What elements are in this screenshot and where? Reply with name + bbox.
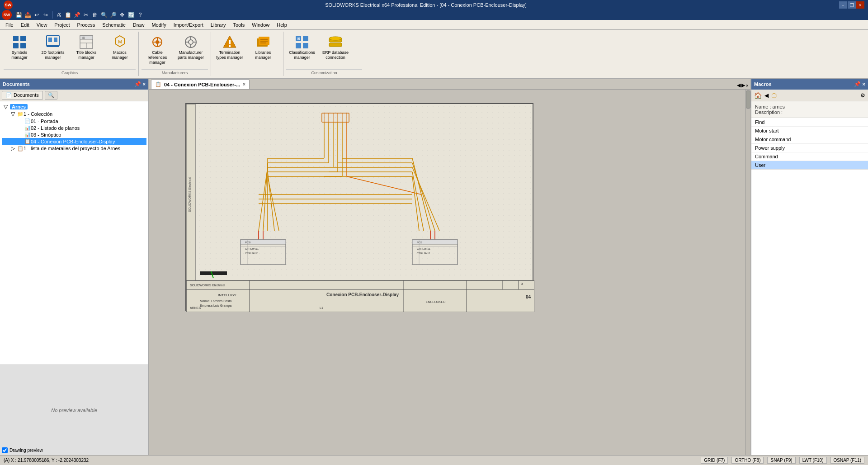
svg-rect-39 (329, 43, 342, 47)
footprints-manager-btn[interactable]: 2D footprints manager (37, 33, 69, 62)
svg-rect-34 (303, 36, 308, 41)
macro-item-motor-command[interactable]: Motor command (751, 135, 868, 144)
documents-tab-btn[interactable]: 📄 Documents (2, 91, 43, 100)
erp-database-btn[interactable]: ERP database connection (320, 33, 351, 62)
canvas-content[interactable]: SOLIDWORKS Electrical INTELLIGY Manuel L… (149, 90, 750, 455)
qa-separator (52, 11, 52, 19)
svg-text:PCB: PCB (417, 241, 422, 244)
drawing-preview-checkbox[interactable] (2, 447, 8, 453)
macros-icon-btn[interactable]: ⬡ (771, 92, 777, 99)
tab-icon: 📋 (155, 81, 161, 87)
expand-coleccion-icon: ▽ (9, 111, 16, 117)
macro-item-user[interactable]: User (751, 161, 868, 170)
menu-help[interactable]: Help (273, 21, 291, 28)
svg-rect-27 (229, 45, 231, 47)
main-area: Documents 📌 × 📄 Documents 🔍 ▽ Arnes (0, 79, 868, 455)
menu-file[interactable]: File (2, 21, 17, 28)
svg-text:CTRL9N11: CTRL9N11 (245, 247, 259, 250)
qa-delete-btn[interactable]: 🗑 (91, 11, 99, 19)
menu-schematic[interactable]: Schematic (99, 21, 129, 28)
graphics-group-label: Graphics (4, 69, 136, 75)
menu-library[interactable]: Library (207, 21, 230, 28)
menu-draw[interactable]: Draw (129, 21, 148, 28)
search-tab-btn[interactable]: 🔍 (45, 91, 57, 100)
menu-tools[interactable]: Tools (229, 21, 248, 28)
classifications-manager-btn[interactable]: ⊞ Classifications manager (286, 33, 318, 62)
minimize-button[interactable]: − (839, 1, 847, 9)
qa-save2-btn[interactable]: 📥 (24, 11, 32, 19)
qa-print-btn[interactable]: 🖨 (55, 11, 63, 19)
doc-icon: 📄 (6, 92, 12, 98)
menu-importexport[interactable]: Import/Export (170, 21, 207, 28)
macros-close-btn[interactable]: × (863, 81, 865, 87)
drawing-preview-check[interactable]: Drawing preview (2, 447, 43, 453)
termination-types-btn[interactable]: Termination types manager (214, 33, 245, 62)
canvas-scrollbar-v[interactable] (745, 90, 750, 455)
macros-pin-btn[interactable]: 📌 (854, 81, 861, 87)
menu-window[interactable]: Window (248, 21, 273, 28)
manufacturer-parts-btn[interactable]: Manufacturer parts manager (175, 33, 207, 62)
macros-back-btn[interactable]: ◀ (764, 92, 769, 99)
menu-view[interactable]: View (33, 21, 51, 28)
svg-text:⊞: ⊞ (82, 36, 85, 39)
canvas-nav-prev[interactable]: ◀ (737, 82, 741, 88)
documents-pin-btn[interactable]: 📌 (134, 81, 141, 87)
title-controls: − ❐ × (839, 1, 864, 9)
macro-item-command[interactable]: Command (751, 152, 868, 161)
main-toolbar: Symbols manager 2D footprints manager ⊞ … (0, 30, 868, 79)
svg-text:ARNES: ARNES (190, 306, 201, 309)
qa-zoomin-btn[interactable]: 🔍 (100, 11, 108, 19)
macro-item-motor-start[interactable]: Motor start (751, 127, 868, 135)
menu-modify[interactable]: Modify (148, 21, 170, 28)
documents-close-btn[interactable]: × (143, 81, 146, 87)
close-button[interactable]: × (856, 1, 864, 9)
qa-undo-btn[interactable]: ↩ (33, 11, 41, 19)
canvas-tab-active[interactable]: 📋 04 - Conexion PCB-Enclouser-... × (151, 79, 250, 89)
qa-zoomout-btn[interactable]: 🔎 (109, 11, 117, 19)
qa-redo-btn[interactable]: ↪ (42, 11, 50, 19)
qa-cut-btn[interactable]: ✂ (82, 11, 90, 19)
lwt-btn[interactable]: LWT (F10) (799, 457, 827, 464)
tree-item-sinoptico[interactable]: 📊 03 - Sinóptico (2, 131, 146, 138)
tree-item-conexion[interactable]: 📋 04 - Conexion PCB-Enclouser-Display (2, 138, 146, 145)
qa-refresh-btn[interactable]: 🔄 (127, 11, 135, 19)
symbols-manager-btn[interactable]: Symbols manager (4, 33, 35, 62)
qa-save-btn[interactable]: 💾 (14, 11, 23, 19)
tree-item-listado[interactable]: 📊 02 - Listado de planos (2, 124, 146, 131)
title-blocks-manager-btn[interactable]: ⊞ Title blocks manager (71, 33, 102, 62)
libraries-manager-btn[interactable]: Libraries manager (247, 33, 279, 62)
qa-pan-btn[interactable]: ✥ (118, 11, 126, 19)
canvas-close-btn[interactable]: × (746, 83, 749, 88)
canvas-nav-buttons: ◀ ▶ × (737, 82, 750, 89)
tree-item-portada[interactable]: 📄 01 - Portada (2, 118, 146, 124)
documents-panel: Documents 📌 × 📄 Documents 🔍 ▽ Arnes (0, 79, 148, 365)
grid-btn[interactable]: GRID (F7) (701, 457, 728, 464)
macro-item-power-supply[interactable]: Power supply (751, 144, 868, 152)
svg-text:Empresa Luis Grampa: Empresa Luis Grampa (200, 304, 231, 308)
tab-close-btn[interactable]: × (243, 82, 245, 87)
menu-project[interactable]: Project (51, 21, 73, 28)
svg-point-18 (156, 40, 159, 44)
menu-process[interactable]: Process (74, 21, 99, 28)
snap-btn[interactable]: SNAP (F9) (767, 457, 795, 464)
macros-settings-btn[interactable]: ⚙ (860, 92, 865, 99)
qa-copy-btn[interactable]: 📋 (64, 11, 72, 19)
osnap-btn[interactable]: OSNAP (F11) (830, 457, 865, 464)
tree-item-arnes[interactable]: ▽ Arnes (2, 103, 146, 110)
canvas-tabs-bar: 📋 04 - Conexion PCB-Enclouser-... × ◀ ▶ … (149, 79, 750, 90)
macros-home-btn[interactable]: 🏠 (754, 92, 762, 99)
ortho-btn[interactable]: ORTHO (F8) (731, 457, 764, 464)
macro-item-find[interactable]: Find (751, 118, 868, 127)
qa-paste-btn[interactable]: 📌 (73, 11, 81, 19)
documents-panel-toolbar: 📄 Documents 🔍 (0, 90, 148, 101)
maximize-button[interactable]: ❐ (848, 1, 856, 9)
cable-references-btn[interactable]: Cable references manager (142, 33, 173, 66)
app-icon: SW (2, 10, 12, 20)
tree-item-coleccion[interactable]: ▽ 📁 1 - Colección (2, 110, 146, 118)
menu-edit[interactable]: Edit (17, 21, 33, 28)
macros-manager-btn[interactable]: M Macros manager (104, 33, 136, 62)
canvas-nav-next[interactable]: ▶ (741, 82, 745, 88)
qa-help-btn[interactable]: ? (136, 11, 144, 19)
tree-item-materiales[interactable]: ▷ 📋 1 - lista de materailes del proyecto… (2, 145, 146, 152)
svg-text:04: 04 (526, 294, 531, 299)
